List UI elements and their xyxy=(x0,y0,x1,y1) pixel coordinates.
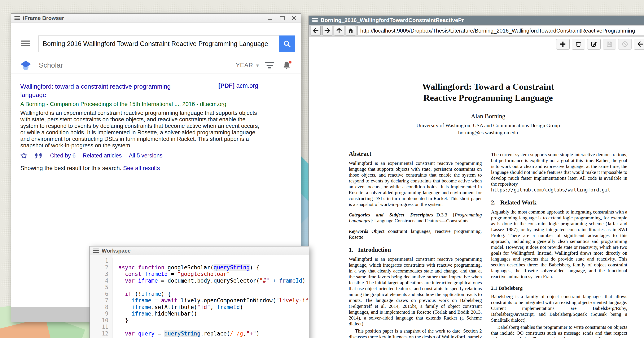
paper-categories: Categories and Subject DescriptorsD.3.3 … xyxy=(349,212,482,224)
result-title-link[interactable]: Wallingford: toward a constraint reactiv… xyxy=(20,82,192,99)
pdf-nav-toolbar xyxy=(309,25,644,37)
results-footer: Showing the best result for this search.… xyxy=(20,165,292,172)
paper-paragraph: Arguably the most common approach to int… xyxy=(491,209,627,279)
scholar-logo-icon[interactable] xyxy=(20,59,32,71)
babelsberg-heading: 2.1Babelsberg xyxy=(491,285,627,291)
up-button[interactable] xyxy=(334,26,344,36)
window-menu-icon[interactable] xyxy=(93,248,99,254)
up-arrow-icon xyxy=(336,28,342,34)
result-snippet: Wallingford is an experimental constrain… xyxy=(20,110,264,149)
maximize-icon[interactable] xyxy=(279,16,285,20)
workspace-window: Workspace 12async function googleScholar… xyxy=(90,246,309,338)
related-articles-link[interactable]: Related articles xyxy=(83,152,122,159)
abstract-heading: Abstract xyxy=(349,150,482,157)
delete-button[interactable] xyxy=(572,39,585,50)
see-all-results-link[interactable]: See all results xyxy=(123,165,160,171)
add-button[interactable] xyxy=(556,39,570,50)
search-button[interactable] xyxy=(279,36,295,52)
line-number: 1 xyxy=(90,258,113,264)
home-button[interactable] xyxy=(346,26,356,36)
code-line[interactable]: 10 } xyxy=(90,317,309,324)
code-editor[interactable]: 12async function googleScholar(queryStri… xyxy=(90,255,309,338)
search-results: Wallingford: toward a constraint reactiv… xyxy=(11,73,301,172)
line-number: 13 xyxy=(90,337,113,338)
paper-paragraph: Babelsberg is a family of object constra… xyxy=(491,293,627,323)
paper-affiliation: University of Washington, USA and Commun… xyxy=(349,123,628,128)
minimize-icon[interactable] xyxy=(268,16,273,20)
line-number: 2 xyxy=(90,264,113,271)
scholar-header: Scholar YEAR▼ xyxy=(11,57,301,73)
filter-icon[interactable] xyxy=(265,62,275,69)
paper-right-column: The current system supports some simple … xyxy=(491,150,627,338)
block-icon xyxy=(622,41,628,48)
paper-paragraph: Wallingford is an experimental constrain… xyxy=(349,256,482,327)
back-arrow-icon xyxy=(312,28,319,34)
year-filter-dropdown[interactable]: YEAR▼ xyxy=(236,57,260,73)
line-number: 7 xyxy=(90,297,113,304)
close-icon[interactable] xyxy=(291,16,296,20)
edit-button[interactable] xyxy=(587,39,600,50)
code-line[interactable]: 3 const frameId = "googlescholoar" xyxy=(90,271,309,278)
scholar-menu-icon[interactable] xyxy=(21,41,30,48)
save-button[interactable] xyxy=(603,39,616,50)
scholar-brand[interactable]: Scholar xyxy=(39,57,63,73)
window-menu-icon[interactable] xyxy=(14,15,20,21)
paper-title: Wallingford: Toward a Constraint Reactiv… xyxy=(349,81,628,103)
all-versions-link[interactable]: All 5 versions xyxy=(129,152,162,159)
scholar-searchbar xyxy=(11,23,301,57)
iframe-browser-titlebar[interactable]: iFrame Browser xyxy=(11,14,301,23)
line-number: 4 xyxy=(90,278,113,284)
back-button[interactable] xyxy=(310,26,321,36)
cite-quote-icon[interactable] xyxy=(34,152,43,159)
bell-icon[interactable] xyxy=(282,60,292,70)
pdf-window-titlebar[interactable]: Borning_2016_WallingfordTowardConstraint… xyxy=(309,16,644,25)
forward-arrow-icon xyxy=(324,28,330,34)
window-title: iFrame Browser xyxy=(23,15,64,22)
code-line[interactable]: 1 xyxy=(90,258,309,264)
star-icon[interactable] xyxy=(20,152,28,159)
code-line[interactable]: 8 iframe.setAttribute("id", frameId) xyxy=(90,304,309,311)
code-line[interactable]: 6 if (!iframe) { xyxy=(90,291,309,297)
search-input[interactable] xyxy=(38,36,279,52)
cancel-button[interactable] xyxy=(618,39,632,50)
line-number: 3 xyxy=(90,271,113,278)
code-line[interactable]: 11 xyxy=(90,324,309,330)
window-menu-icon[interactable] xyxy=(312,17,318,23)
code-line[interactable]: 5 xyxy=(90,284,309,291)
history-back-button[interactable] xyxy=(634,39,644,50)
result-pdf-link[interactable]: [PDF] acm.org xyxy=(218,82,258,89)
paper-paragraph: Babelsberg enables the programmer to wri… xyxy=(491,324,627,338)
line-number: 10 xyxy=(90,317,113,324)
paper-page: Wallingford: Toward a Constraint Reactiv… xyxy=(349,81,644,338)
code-line[interactable]: 13 iframe.setURL("https://scholar.google… xyxy=(90,337,309,338)
workspace-titlebar[interactable]: Workspace xyxy=(90,246,309,255)
result-byline: A Borning - Companion Proceedings of the… xyxy=(20,101,292,107)
line-number: 5 xyxy=(90,284,113,291)
line-number: 9 xyxy=(90,310,113,317)
paper-left-column: Abstract Wallingford is an experimental … xyxy=(349,150,482,338)
pdf-content: Wallingford: Toward a Constraint Reactiv… xyxy=(309,37,644,338)
desktop: iFrame Browser xyxy=(0,0,644,338)
code-line[interactable]: 7 iframe = await lively.openComponentInW… xyxy=(90,297,309,304)
search-icon xyxy=(283,40,291,48)
paper-email: borning@cs.washington.edu xyxy=(349,130,628,136)
line-number: 11 xyxy=(90,324,113,330)
chevron-down-icon: ▼ xyxy=(255,63,260,68)
paper-keywords: KeywordsObject constraint languages, rea… xyxy=(349,228,482,240)
code-line[interactable]: 9 iframe.hideMenubar() xyxy=(90,310,309,317)
code-line[interactable]: 2async function googleScholar(queryStrin… xyxy=(90,264,309,271)
notification-dot xyxy=(288,61,292,64)
url-input[interactable] xyxy=(358,26,644,35)
line-number: 8 xyxy=(90,304,113,311)
code-line[interactable]: 12 var query = queryString.replace(/ /g,… xyxy=(90,330,309,337)
back-arrow-icon xyxy=(637,41,644,48)
home-icon xyxy=(348,28,354,34)
code-line[interactable]: 4 var iframe = document.body.querySelect… xyxy=(90,278,309,284)
pdf-edit-toolbar xyxy=(556,39,644,50)
line-number: 12 xyxy=(90,330,113,337)
cited-by-link[interactable]: Cited by 6 xyxy=(50,152,76,159)
trash-icon xyxy=(575,41,582,48)
window-title: Borning_2016_WallingfordTowardConstraint… xyxy=(321,17,464,24)
window-title: Workspace xyxy=(102,248,130,254)
forward-button[interactable] xyxy=(322,26,332,36)
